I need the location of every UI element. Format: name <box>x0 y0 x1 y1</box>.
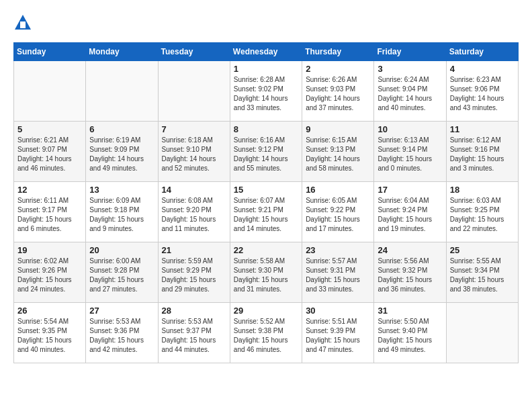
day-number: 13 <box>89 185 154 195</box>
day-cell: 25Sunrise: 5:55 AM Sunset: 9:34 PM Dayli… <box>446 242 518 303</box>
day-info: Sunrise: 6:15 AM Sunset: 9:13 PM Dayligh… <box>306 136 370 173</box>
day-number: 24 <box>378 245 442 255</box>
logo-icon <box>13 13 32 32</box>
day-number: 9 <box>306 124 370 134</box>
day-info: Sunrise: 6:24 AM Sunset: 9:04 PM Dayligh… <box>378 75 442 113</box>
svg-rect-1 <box>20 21 26 28</box>
day-number: 20 <box>89 245 154 255</box>
page-header <box>13 13 519 32</box>
day-number: 26 <box>17 306 82 316</box>
header-cell-saturday: Saturday <box>446 43 518 61</box>
day-cell: 17Sunrise: 6:04 AM Sunset: 9:24 PM Dayli… <box>374 182 446 242</box>
day-cell: 21Sunrise: 5:59 AM Sunset: 9:29 PM Dayli… <box>158 242 230 303</box>
day-cell: 29Sunrise: 5:52 AM Sunset: 9:38 PM Dayli… <box>230 303 302 363</box>
day-number: 6 <box>89 124 154 134</box>
day-cell: 24Sunrise: 5:56 AM Sunset: 9:32 PM Dayli… <box>374 242 446 303</box>
day-number: 10 <box>378 124 442 134</box>
header-cell-friday: Friday <box>374 43 446 61</box>
day-number: 14 <box>162 185 226 195</box>
week-row: 12Sunrise: 6:11 AM Sunset: 9:17 PM Dayli… <box>14 182 519 242</box>
day-number: 12 <box>17 185 82 195</box>
day-cell: 23Sunrise: 5:57 AM Sunset: 9:31 PM Dayli… <box>302 242 374 303</box>
day-number: 3 <box>378 64 442 74</box>
day-cell: 16Sunrise: 6:05 AM Sunset: 9:22 PM Dayli… <box>302 182 374 242</box>
day-number: 21 <box>162 245 226 255</box>
header-cell-thursday: Thursday <box>302 43 374 61</box>
day-number: 19 <box>17 245 82 255</box>
day-number: 16 <box>306 185 370 195</box>
day-info: Sunrise: 5:50 AM Sunset: 9:40 PM Dayligh… <box>378 317 442 355</box>
day-number: 11 <box>450 124 515 134</box>
day-cell: 31Sunrise: 5:50 AM Sunset: 9:40 PM Dayli… <box>374 303 446 363</box>
day-info: Sunrise: 6:18 AM Sunset: 9:10 PM Dayligh… <box>162 136 226 173</box>
day-info: Sunrise: 6:05 AM Sunset: 9:22 PM Dayligh… <box>306 196 370 234</box>
day-number: 1 <box>234 64 298 74</box>
calendar-body: 1Sunrise: 6:28 AM Sunset: 9:02 PM Daylig… <box>14 61 519 363</box>
day-info: Sunrise: 6:04 AM Sunset: 9:24 PM Dayligh… <box>378 196 442 234</box>
day-number: 7 <box>162 124 226 134</box>
day-cell: 5Sunrise: 6:21 AM Sunset: 9:07 PM Daylig… <box>14 122 86 182</box>
day-info: Sunrise: 5:53 AM Sunset: 9:36 PM Dayligh… <box>89 317 154 355</box>
day-cell: 28Sunrise: 5:53 AM Sunset: 9:37 PM Dayli… <box>158 303 230 363</box>
header-row: SundayMondayTuesdayWednesdayThursdayFrid… <box>14 43 519 61</box>
day-number: 25 <box>450 245 515 255</box>
day-cell: 3Sunrise: 6:24 AM Sunset: 9:04 PM Daylig… <box>374 61 446 122</box>
day-cell <box>86 61 158 122</box>
day-number: 31 <box>378 306 442 316</box>
day-info: Sunrise: 5:56 AM Sunset: 9:32 PM Dayligh… <box>378 257 442 294</box>
day-cell: 6Sunrise: 6:19 AM Sunset: 9:09 PM Daylig… <box>86 122 158 182</box>
day-number: 5 <box>17 124 82 134</box>
day-info: Sunrise: 6:00 AM Sunset: 9:28 PM Dayligh… <box>89 257 154 294</box>
day-cell: 15Sunrise: 6:07 AM Sunset: 9:21 PM Dayli… <box>230 182 302 242</box>
day-number: 22 <box>234 245 298 255</box>
day-cell: 10Sunrise: 6:13 AM Sunset: 9:14 PM Dayli… <box>374 122 446 182</box>
day-cell <box>446 303 518 363</box>
day-info: Sunrise: 5:59 AM Sunset: 9:29 PM Dayligh… <box>162 257 226 294</box>
day-info: Sunrise: 5:55 AM Sunset: 9:34 PM Dayligh… <box>450 257 515 294</box>
day-info: Sunrise: 6:03 AM Sunset: 9:25 PM Dayligh… <box>450 196 515 234</box>
day-cell: 19Sunrise: 6:02 AM Sunset: 9:26 PM Dayli… <box>14 242 86 303</box>
week-row: 1Sunrise: 6:28 AM Sunset: 9:02 PM Daylig… <box>14 61 519 122</box>
day-info: Sunrise: 5:58 AM Sunset: 9:30 PM Dayligh… <box>234 257 298 294</box>
day-cell: 20Sunrise: 6:00 AM Sunset: 9:28 PM Dayli… <box>86 242 158 303</box>
day-number: 4 <box>450 64 515 74</box>
day-cell: 18Sunrise: 6:03 AM Sunset: 9:25 PM Dayli… <box>446 182 518 242</box>
day-cell <box>158 61 230 122</box>
day-number: 8 <box>234 124 298 134</box>
calendar-table: SundayMondayTuesdayWednesdayThursdayFrid… <box>13 42 519 363</box>
week-row: 26Sunrise: 5:54 AM Sunset: 9:35 PM Dayli… <box>14 303 519 363</box>
day-info: Sunrise: 6:21 AM Sunset: 9:07 PM Dayligh… <box>17 136 82 173</box>
week-row: 5Sunrise: 6:21 AM Sunset: 9:07 PM Daylig… <box>14 122 519 182</box>
day-info: Sunrise: 5:53 AM Sunset: 9:37 PM Dayligh… <box>162 317 226 355</box>
day-cell: 2Sunrise: 6:26 AM Sunset: 9:03 PM Daylig… <box>302 61 374 122</box>
day-info: Sunrise: 6:28 AM Sunset: 9:02 PM Dayligh… <box>234 75 298 113</box>
header-cell-wednesday: Wednesday <box>230 43 302 61</box>
week-row: 19Sunrise: 6:02 AM Sunset: 9:26 PM Dayli… <box>14 242 519 303</box>
day-number: 30 <box>306 306 370 316</box>
day-info: Sunrise: 6:07 AM Sunset: 9:21 PM Dayligh… <box>234 196 298 234</box>
day-number: 18 <box>450 185 515 195</box>
day-cell: 26Sunrise: 5:54 AM Sunset: 9:35 PM Dayli… <box>14 303 86 363</box>
day-info: Sunrise: 5:51 AM Sunset: 9:39 PM Dayligh… <box>306 317 370 355</box>
day-cell: 1Sunrise: 6:28 AM Sunset: 9:02 PM Daylig… <box>230 61 302 122</box>
day-cell: 30Sunrise: 5:51 AM Sunset: 9:39 PM Dayli… <box>302 303 374 363</box>
header-cell-sunday: Sunday <box>14 43 86 61</box>
day-cell: 27Sunrise: 5:53 AM Sunset: 9:36 PM Dayli… <box>86 303 158 363</box>
day-info: Sunrise: 6:16 AM Sunset: 9:12 PM Dayligh… <box>234 136 298 173</box>
day-info: Sunrise: 6:11 AM Sunset: 9:17 PM Dayligh… <box>17 196 82 234</box>
day-number: 28 <box>162 306 226 316</box>
day-info: Sunrise: 6:13 AM Sunset: 9:14 PM Dayligh… <box>378 136 442 173</box>
header-cell-monday: Monday <box>86 43 158 61</box>
day-cell: 11Sunrise: 6:12 AM Sunset: 9:16 PM Dayli… <box>446 122 518 182</box>
day-info: Sunrise: 5:54 AM Sunset: 9:35 PM Dayligh… <box>17 317 82 355</box>
day-cell: 12Sunrise: 6:11 AM Sunset: 9:17 PM Dayli… <box>14 182 86 242</box>
calendar-header: SundayMondayTuesdayWednesdayThursdayFrid… <box>14 43 519 61</box>
day-info: Sunrise: 6:12 AM Sunset: 9:16 PM Dayligh… <box>450 136 515 173</box>
day-cell: 14Sunrise: 6:08 AM Sunset: 9:20 PM Dayli… <box>158 182 230 242</box>
day-cell: 22Sunrise: 5:58 AM Sunset: 9:30 PM Dayli… <box>230 242 302 303</box>
header-cell-tuesday: Tuesday <box>158 43 230 61</box>
day-number: 17 <box>378 185 442 195</box>
day-info: Sunrise: 6:09 AM Sunset: 9:18 PM Dayligh… <box>89 196 154 234</box>
day-number: 27 <box>89 306 154 316</box>
day-cell: 9Sunrise: 6:15 AM Sunset: 9:13 PM Daylig… <box>302 122 374 182</box>
